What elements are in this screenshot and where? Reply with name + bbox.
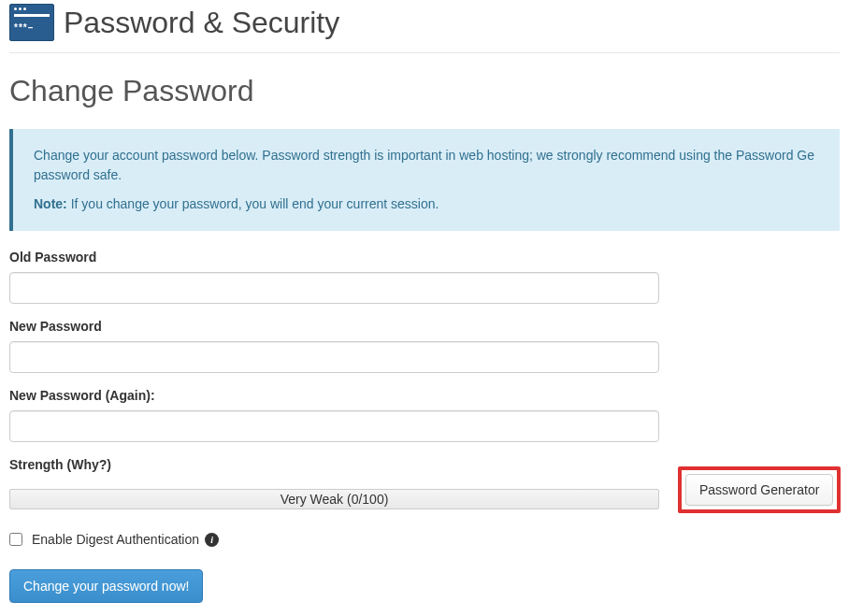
- strength-label-row: Strength (Why?): [9, 457, 659, 472]
- info-alert: Change your account password below. Pass…: [9, 129, 840, 231]
- old-password-group: Old Password: [9, 250, 840, 304]
- digest-auth-label: Enable Digest Authentication i: [32, 532, 219, 547]
- strength-meter: Very Weak (0/100): [9, 489, 659, 509]
- strength-left: Strength (Why?) Very Weak (0/100): [9, 457, 659, 509]
- strength-label: Strength: [9, 457, 64, 472]
- note-text: If you change your password, you will en…: [67, 196, 439, 211]
- page-title: Password & Security: [64, 6, 339, 40]
- note-label: Note:: [34, 196, 67, 211]
- new-password-label: New Password: [9, 319, 840, 334]
- new-password-again-input[interactable]: [9, 410, 659, 442]
- new-password-again-label: New Password (Again):: [9, 388, 840, 403]
- new-password-group: New Password: [9, 319, 840, 373]
- section-title: Change Password: [9, 74, 840, 108]
- password-generator-highlight: Password Generator: [678, 466, 841, 513]
- new-password-input[interactable]: [9, 341, 659, 373]
- strength-why-link[interactable]: (Why?): [67, 457, 111, 472]
- alert-text-1: Change your account password below. Pass…: [34, 146, 819, 185]
- digest-auth-checkbox[interactable]: [9, 533, 22, 546]
- info-icon[interactable]: i: [205, 533, 219, 547]
- strength-row: Strength (Why?) Very Weak (0/100) Passwo…: [9, 457, 840, 509]
- old-password-input[interactable]: [9, 272, 659, 304]
- strength-text: Very Weak (0/100): [281, 492, 389, 507]
- digest-auth-row: Enable Digest Authentication i: [9, 532, 840, 547]
- new-password-again-group: New Password (Again):: [9, 388, 840, 442]
- page-header: ***– Password & Security: [9, 0, 840, 53]
- old-password-label: Old Password: [9, 250, 840, 265]
- password-security-icon: ***–: [9, 4, 54, 41]
- password-generator-button[interactable]: Password Generator: [685, 474, 833, 506]
- alert-note: Note: If you change your password, you w…: [34, 194, 819, 214]
- change-password-button[interactable]: Change your password now!: [9, 569, 203, 603]
